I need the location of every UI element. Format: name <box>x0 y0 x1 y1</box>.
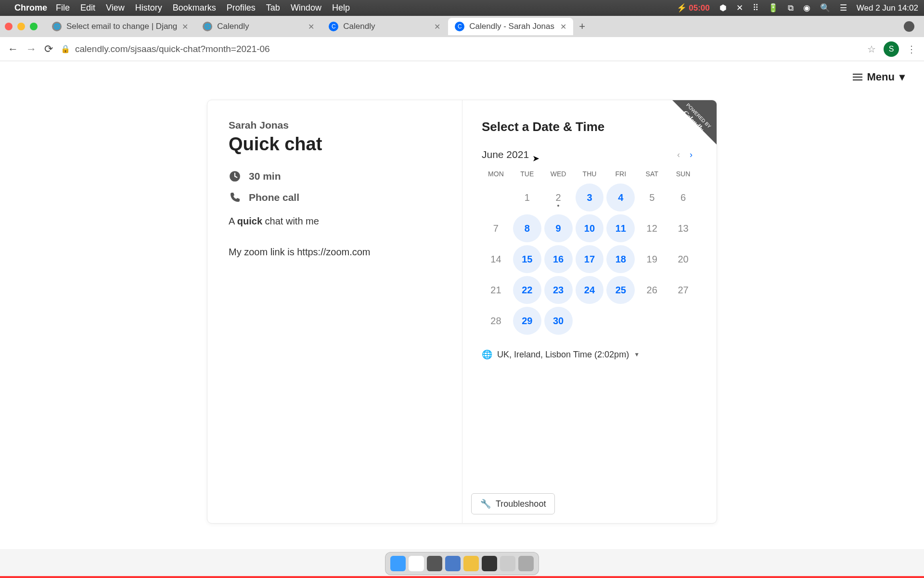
booking-card: Sarah Jonas Quick chat 30 min Phone call… <box>207 100 717 524</box>
calendar-day-available[interactable]: 29 <box>513 307 541 335</box>
troubleshoot-button[interactable]: 🔧 Troubleshoot <box>471 493 555 514</box>
weekday-header: TUE <box>513 170 541 178</box>
menu-profiles[interactable]: Profiles <box>227 3 256 13</box>
menu-history[interactable]: History <box>135 3 162 13</box>
calendar-day: 12 <box>638 214 666 242</box>
weekday-header: WED <box>544 170 573 178</box>
maximize-window[interactable] <box>30 23 38 30</box>
browser-addressbar: ← → ⟳ 🔒 calendly.com/sjsaas/quick-chat?m… <box>0 37 924 61</box>
minimize-window[interactable] <box>17 23 25 30</box>
calendar-day-available[interactable]: 18 <box>606 245 635 273</box>
search-icon[interactable]: 🔍 <box>820 3 830 13</box>
calendar-day-available[interactable]: 30 <box>544 307 573 335</box>
chevron-down-icon: ▼ <box>634 351 640 358</box>
clock[interactable]: Wed 2 Jun 14:02 <box>857 3 918 13</box>
new-tab-button[interactable]: + <box>579 20 585 33</box>
calendar-day: 14 <box>482 245 510 273</box>
menu-edit[interactable]: Edit <box>80 3 95 13</box>
calendly-menu-button[interactable]: Menu ▾ <box>853 71 905 83</box>
dock-app[interactable] <box>445 556 461 571</box>
calendar-day-available[interactable]: 24 <box>576 276 604 304</box>
url-text: calendly.com/sjsaas/quick-chat?month=202… <box>75 44 270 54</box>
video-scrubber[interactable] <box>0 576 924 578</box>
status-icon-1[interactable]: ⬢ <box>719 3 727 13</box>
tab-1[interactable]: 🌐 Calendly ✕ <box>196 18 321 35</box>
close-icon[interactable]: ✕ <box>434 22 440 31</box>
close-window[interactable] <box>5 23 13 30</box>
chevron-down-icon: ▾ <box>899 71 905 83</box>
menu-window[interactable]: Window <box>291 3 321 13</box>
menu-tab[interactable]: Tab <box>266 3 280 13</box>
calendar-day-available[interactable]: 17 <box>576 245 604 273</box>
close-icon[interactable]: ✕ <box>308 22 314 31</box>
wifi-icon[interactable]: ⧉ <box>788 3 794 13</box>
event-description: A quick chat with me My zoom link is htt… <box>229 213 441 260</box>
globe-icon: 🌐 <box>482 349 492 360</box>
tab-title: Calendly - Sarah Jonas <box>469 22 554 31</box>
menu-help[interactable]: Help <box>332 3 350 13</box>
dock-app[interactable] <box>482 556 497 571</box>
menu-view[interactable]: View <box>106 3 125 13</box>
reload-button[interactable]: ⟳ <box>44 43 53 55</box>
macos-dock <box>385 552 539 575</box>
timezone-selector[interactable]: 🌐 UK, Ireland, Lisbon Time (2:02pm) ▼ <box>482 349 697 360</box>
calendar-day-available[interactable]: 10 <box>576 214 604 242</box>
profile-avatar[interactable]: S <box>884 41 899 57</box>
calendar-day-available[interactable]: 23 <box>544 276 573 304</box>
weekday-headers: MONTUEWEDTHUFRISATSUN <box>482 170 697 178</box>
bookmark-button[interactable]: ☆ <box>867 43 876 55</box>
calendar-day-available[interactable]: 8 <box>513 214 541 242</box>
calendly-icon: C <box>329 22 338 31</box>
menu-dots[interactable]: ⋮ <box>907 43 916 55</box>
battery-indicator[interactable]: ⚡05:00 <box>677 3 709 13</box>
dock-app[interactable] <box>500 556 515 571</box>
tab-2[interactable]: C Calendly ✕ <box>322 18 447 35</box>
forward-button[interactable]: → <box>26 43 37 55</box>
calendar-day-available[interactable]: 9 <box>544 214 573 242</box>
calendar-day-available[interactable]: 22 <box>513 276 541 304</box>
hamburger-icon <box>853 74 862 80</box>
calendar-day-available[interactable]: 15 <box>513 245 541 273</box>
tab-title: Select email to change | Djang <box>66 22 177 31</box>
calendar-day: 7 <box>482 214 510 242</box>
calendar-day: 2 <box>544 184 573 211</box>
wifi-icon-2[interactable]: ◉ <box>803 3 810 13</box>
close-icon[interactable]: ✕ <box>560 22 566 31</box>
calendar-day-available[interactable]: 4 <box>606 184 635 211</box>
calendar-day: 19 <box>638 245 666 273</box>
tab-title: Calendly <box>217 22 249 31</box>
menu-file[interactable]: File <box>56 3 70 13</box>
calendar-day-available[interactable]: 11 <box>606 214 635 242</box>
tab-3-active[interactable]: C Calendly - Sarah Jonas ✕ <box>448 18 573 35</box>
calendar-day: 13 <box>669 214 697 242</box>
dock-app[interactable] <box>390 556 406 571</box>
control-center-icon[interactable]: ☰ <box>840 3 847 13</box>
powered-by-badge[interactable]: POWERED BYCalendly <box>654 100 717 163</box>
battery-icon[interactable]: 🔋 <box>768 3 778 13</box>
weekday-header: SAT <box>638 170 666 178</box>
calendar-day <box>606 307 635 335</box>
close-icon[interactable]: ✕ <box>182 22 188 31</box>
browser-tabbar: 🌐 Select email to change | Djang ✕ 🌐 Cal… <box>0 16 924 37</box>
mouse-cursor: ➤ <box>532 153 539 164</box>
app-name[interactable]: Chrome <box>14 3 47 13</box>
dock-app[interactable] <box>463 556 479 571</box>
profile-icon[interactable] <box>904 21 914 32</box>
globe-icon: 🌐 <box>203 22 212 31</box>
calendly-icon: C <box>455 22 464 31</box>
calendar-day: 21 <box>482 276 510 304</box>
status-icon-2[interactable]: ✕ <box>736 3 743 13</box>
tab-0[interactable]: 🌐 Select email to change | Djang ✕ <box>45 18 195 35</box>
calendar-day <box>576 307 604 335</box>
status-icon-3[interactable]: ⠿ <box>753 3 758 13</box>
page-content: Menu ▾ Sarah Jonas Quick chat 30 min Pho… <box>0 61 924 549</box>
calendar-day-available[interactable]: 25 <box>606 276 635 304</box>
dock-app[interactable] <box>409 556 424 571</box>
back-button[interactable]: ← <box>8 43 18 55</box>
calendar-day-available[interactable]: 3 <box>576 184 604 211</box>
calendar-day-available[interactable]: 16 <box>544 245 573 273</box>
url-bar[interactable]: 🔒 calendly.com/sjsaas/quick-chat?month=2… <box>61 44 860 54</box>
location-row: Phone call <box>229 191 441 204</box>
menu-bookmarks[interactable]: Bookmarks <box>173 3 216 13</box>
dock-app[interactable] <box>427 556 442 571</box>
